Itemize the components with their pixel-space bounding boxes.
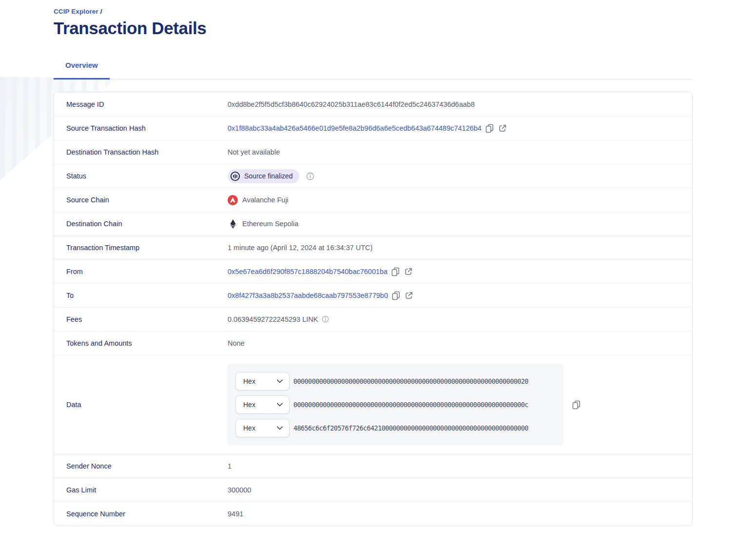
to-address-link[interactable]: 0x8f427f3a3a8b2537aabde68caab797553e8779… [228, 292, 388, 299]
transaction-details-page: CCIP Explorer/ Transaction Details Overv… [54, 0, 693, 526]
data-line: Hex 48656c6c6f20576f726c6421000000000000… [235, 419, 556, 437]
row-destination-transaction-hash: Destination Transaction Hash Not yet ava… [54, 140, 692, 164]
info-icon[interactable] [322, 315, 329, 323]
row-label: Transaction Timestamp [54, 244, 228, 252]
row-status: Status Source finalized [54, 164, 692, 188]
gas-limit-value: 300000 [228, 486, 251, 494]
row-label: Status [54, 172, 228, 180]
status-badge-label: Source finalized [244, 172, 293, 180]
external-link-icon[interactable] [405, 292, 413, 299]
copy-icon[interactable] [392, 291, 400, 300]
row-label: Source Chain [54, 196, 228, 204]
avalanche-icon [228, 195, 238, 205]
row-tokens-and-amounts: Tokens and Amounts None [54, 331, 692, 355]
row-sequence-number: Sequence Number 9491 [54, 502, 692, 526]
transaction-timestamp-value: 1 minute ago (April 12, 2024 at 16:34:37… [228, 244, 372, 252]
breadcrumb-link-ccip-explorer[interactable]: CCIP Explorer [54, 8, 98, 15]
ethereum-icon [228, 219, 238, 229]
page-title: Transaction Details [54, 19, 693, 38]
row-label: Destination Transaction Hash [54, 148, 228, 156]
copy-icon[interactable] [485, 124, 494, 133]
hex-format-select[interactable]: Hex [235, 372, 290, 391]
row-source-transaction-hash: Source Transaction Hash 0x1f88abc33a4ab4… [54, 116, 692, 140]
breadcrumb-separator: / [100, 8, 102, 15]
external-link-icon[interactable] [499, 124, 506, 132]
row-label: Message ID [54, 100, 228, 108]
data-hex-box: Hex 000000000000000000000000000000000000… [228, 364, 563, 446]
row-message-id: Message ID 0xdd8be2f5f5d5cf3b8640c629240… [54, 92, 692, 116]
hex-format-select-value: Hex [243, 377, 255, 385]
chevron-down-icon [277, 426, 283, 430]
row-from: From 0x5e67ea6d6f290f857c1888204b7540bac… [54, 259, 692, 283]
copy-icon[interactable] [391, 267, 400, 276]
row-label: Tokens and Amounts [54, 339, 228, 347]
copy-icon[interactable] [572, 400, 581, 410]
row-label: Sequence Number [54, 510, 228, 518]
info-icon[interactable] [306, 172, 314, 180]
row-label: Gas Limit [54, 486, 228, 494]
row-label: Data [54, 401, 228, 409]
hex-data-text: 0000000000000000000000000000000000000000… [293, 377, 528, 385]
source-chain-name: Avalanche Fuji [242, 196, 289, 204]
row-sender-nonce: Sender Nonce 1 [54, 454, 692, 478]
row-fees: Fees 0.06394592722245293 LINK [54, 307, 692, 331]
transaction-details-card: Message ID 0xdd8be2f5f5d5cf3b8640c629240… [54, 92, 693, 526]
tab-bar: Overview [54, 61, 693, 79]
status-badge: Source finalized [228, 169, 299, 183]
hex-data-text: 48656c6c6f20576f726c64210000000000000000… [293, 424, 528, 432]
external-link-icon[interactable] [405, 268, 412, 275]
from-address-link[interactable]: 0x5e67ea6d6f290f857c1888204b7540bac76001… [228, 268, 388, 275]
row-label: To [54, 292, 228, 299]
row-transaction-timestamp: Transaction Timestamp 1 minute ago (Apri… [54, 235, 692, 259]
row-to: To 0x8f427f3a3a8b2537aabde68caab797553e8… [54, 283, 692, 307]
tokens-and-amounts-value: None [228, 339, 245, 347]
status-progress-icon [230, 171, 240, 181]
row-label: From [54, 268, 228, 275]
chevron-down-icon [277, 403, 283, 407]
row-source-chain: Source Chain Avalanche Fuji [54, 188, 692, 212]
data-line: Hex 000000000000000000000000000000000000… [235, 372, 556, 391]
tab-overview[interactable]: Overview [54, 61, 110, 79]
hex-format-select[interactable]: Hex [235, 419, 290, 437]
row-label: Fees [54, 315, 228, 323]
breadcrumb: CCIP Explorer/ [54, 8, 693, 15]
message-id-value: 0xdd8be2f5f5d5cf3b8640c62924025b311ae83c… [228, 100, 475, 108]
destination-chain-name: Ethereum Sepolia [242, 220, 298, 228]
sender-nonce-value: 1 [228, 462, 232, 470]
sequence-number-value: 9491 [228, 510, 243, 518]
hex-format-select-value: Hex [243, 424, 255, 432]
hex-format-select[interactable]: Hex [235, 395, 290, 414]
chevron-down-icon [277, 379, 283, 383]
destination-transaction-hash-value: Not yet available [228, 148, 280, 156]
row-label: Source Transaction Hash [54, 124, 228, 132]
data-line: Hex 000000000000000000000000000000000000… [235, 395, 556, 414]
row-destination-chain: Destination Chain Ethereum Sepolia [54, 212, 692, 235]
fees-value: 0.06394592722245293 LINK [228, 315, 318, 323]
hex-data-text: 0000000000000000000000000000000000000000… [293, 401, 528, 409]
source-transaction-hash-link[interactable]: 0x1f88abc33a4ab426a5466e01d9e5fe8a2b96d6… [228, 124, 482, 132]
row-label: Destination Chain [54, 220, 228, 228]
row-data: Data Hex 0000000000000000000000000000000… [54, 355, 692, 454]
hex-format-select-value: Hex [243, 401, 255, 409]
row-label: Sender Nonce [54, 462, 228, 470]
row-gas-limit: Gas Limit 300000 [54, 478, 692, 502]
